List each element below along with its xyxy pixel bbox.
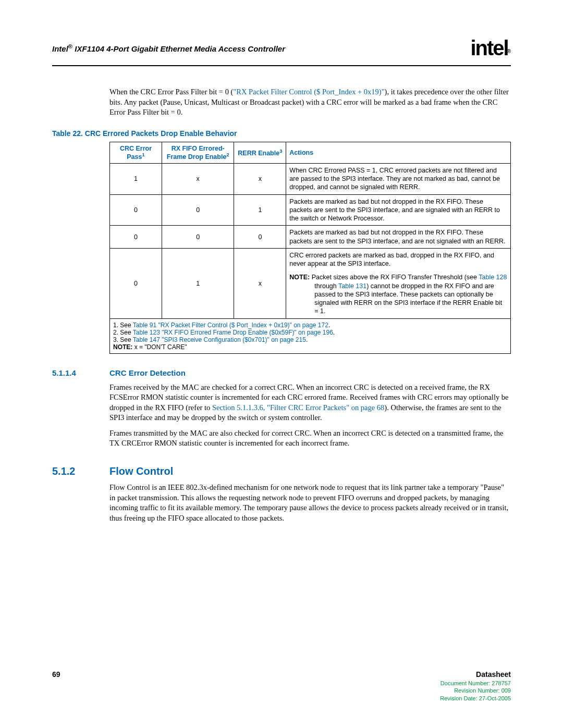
revision-info: Document Number: 278757 Revision Number:…	[440, 680, 511, 702]
page-header: Intel® IXF1104 4-Port Gigabit Ethernet M…	[52, 36, 511, 60]
page-number: 69	[52, 670, 60, 678]
doc-title-rest: IXF1104 4-Port Gigabit Ethernet Media Ac…	[72, 44, 285, 53]
link-table-131[interactable]: Table 131	[338, 282, 366, 290]
th-crc-error-pass: CRC Error Pass1	[110, 142, 162, 163]
sec-5-1-1-4-p1: Frames received by the MAC are checked f…	[109, 382, 511, 423]
cell-frame-drop: 0	[162, 194, 234, 226]
document-number: Document Number: 278757	[440, 680, 511, 687]
doc-title: Intel® IXF1104 4-Port Gigabit Ethernet M…	[52, 43, 285, 53]
cell-crc-pass: 1	[110, 163, 162, 194]
section-title: CRC Error Detection	[109, 368, 186, 377]
cell-rerr: x	[234, 248, 286, 318]
cell-crc-pass: 0	[110, 226, 162, 249]
cell-rerr: x	[234, 163, 286, 194]
registered-mark: ®	[68, 43, 72, 50]
cell-actions: Packets are marked as bad but not droppe…	[286, 226, 511, 249]
section-title: Flow Control	[109, 465, 173, 477]
cell-actions: When CRC Errored PASS = 1, CRC errored p…	[286, 163, 511, 194]
table-row: 0 1 x CRC errored packets are marked as …	[110, 248, 511, 318]
section-5-1-2-heading: 5.1.2 Flow Control	[52, 465, 511, 477]
cell-frame-drop: 1	[162, 248, 234, 318]
th-rx-fifo-drop: RX FIFO Errored-Frame Drop Enable2	[162, 142, 234, 163]
cell-rerr: 0	[234, 226, 286, 249]
row4-note: NOTE: Packet sizes above the RX FIFO Tra…	[289, 273, 507, 315]
link-table-123[interactable]: Table 123 "RX FIFO Errored Frame Drop En…	[133, 329, 333, 336]
cell-crc-pass: 0	[110, 248, 162, 318]
datasheet-label: Datasheet	[440, 670, 511, 678]
intro-paragraph: When the CRC Error Pass Filter bit = 0 (…	[109, 87, 511, 118]
table-footnotes: 1. See Table 91 "RX Packet Filter Contro…	[110, 318, 511, 353]
cell-frame-drop: x	[162, 163, 234, 194]
cell-actions: CRC errored packets are marked as bad, d…	[286, 248, 511, 318]
revision-number: Revision Number: 009	[440, 687, 511, 694]
section-number: 5.1.1.4	[52, 368, 109, 377]
link-rx-packet-filter[interactable]: "RX Packet Filter Control ($ Port_Index …	[233, 88, 384, 96]
table-row: 0 0 0 Packets are marked as bad but not …	[110, 226, 511, 249]
cell-crc-pass: 0	[110, 194, 162, 226]
registered-icon: ®	[507, 48, 510, 54]
header-rule	[52, 65, 511, 66]
revision-date: Revision Date: 27-Oct-2005	[440, 695, 511, 702]
table-row: 0 0 1 Packets are marked as bad but not …	[110, 194, 511, 226]
sec-5-1-1-4-p2: Frames transmitted by the MAC are also c…	[109, 428, 511, 449]
cell-frame-drop: 0	[162, 226, 234, 249]
intel-logo: intel®	[470, 36, 511, 60]
th-rerr-enable: RERR Enable3	[234, 142, 286, 163]
sec-5-1-2-p1: Flow Control is an IEEE 802.3x-defined m…	[109, 483, 511, 523]
section-number: 5.1.2	[52, 465, 109, 477]
page-footer: 69 Datasheet Document Number: 278757 Rev…	[52, 670, 511, 702]
link-section-5-1-1-3-6[interactable]: Section 5.1.1.3.6, "Filter CRC Error Pac…	[212, 403, 384, 412]
cell-actions: Packets are marked as bad but not droppe…	[286, 194, 511, 226]
table-row: 1 x x When CRC Errored PASS = 1, CRC err…	[110, 163, 511, 194]
th-actions: Actions	[286, 142, 511, 163]
link-table-147[interactable]: Table 147 "SPI3 Receive Configuration ($…	[133, 336, 306, 343]
cell-rerr: 1	[234, 194, 286, 226]
table-22: CRC Error Pass1 RX FIFO Errored-Frame Dr…	[109, 142, 511, 354]
link-table-91[interactable]: Table 91 "RX Packet Filter Control ($ Po…	[133, 322, 328, 329]
doc-title-prefix: Intel	[52, 44, 68, 53]
link-table-128[interactable]: Table 128	[479, 274, 507, 281]
table-22-caption: Table 22. CRC Errored Packets Drop Enabl…	[52, 129, 511, 138]
section-5-1-1-4-heading: 5.1.1.4 CRC Error Detection	[52, 368, 511, 377]
